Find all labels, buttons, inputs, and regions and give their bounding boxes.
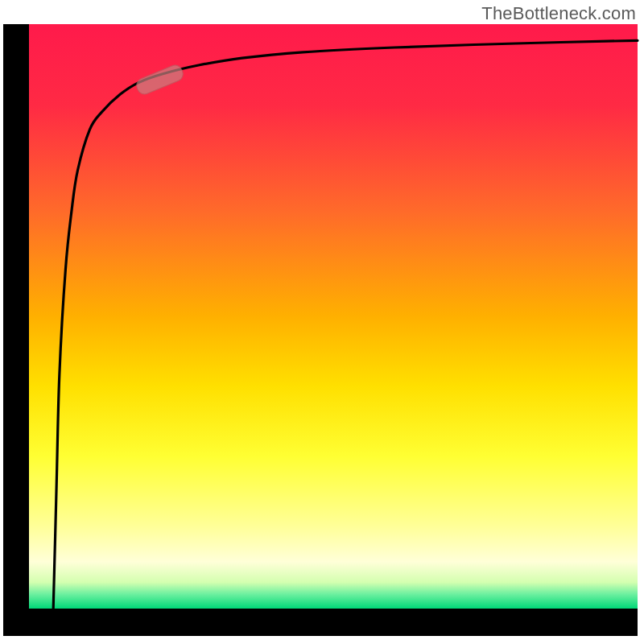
plot-background — [29, 24, 638, 609]
y-axis — [3, 24, 29, 614]
x-axis — [3, 609, 638, 636]
attribution-text: TheBottleneck.com — [481, 3, 636, 24]
chart-canvas — [0, 0, 644, 644]
